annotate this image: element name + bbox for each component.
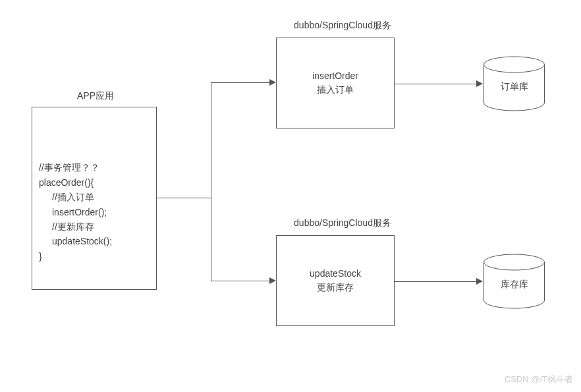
connector-s1-db1 <box>395 84 476 84</box>
service1-line1: insertOrder <box>312 69 358 83</box>
arrow-to-db2 <box>476 278 483 285</box>
service1-line2: 插入订单 <box>317 83 354 97</box>
service2-title: dubbo/SpringCloud服务 <box>277 217 408 229</box>
arrow-to-service1 <box>269 79 276 86</box>
service1-title: dubbo/SpringCloud服务 <box>277 20 408 32</box>
connector-top-branch <box>211 82 269 83</box>
service2-box: updateStock 更新库存 <box>276 235 395 326</box>
app-title: APP应用 <box>46 90 145 102</box>
db1-label: 订单库 <box>483 81 545 93</box>
service2-line2: 更新库存 <box>317 281 354 294</box>
connector-s2-db2 <box>395 281 476 282</box>
connector-bottom-branch <box>211 281 269 281</box>
svg-point-0 <box>484 57 545 72</box>
connector-trunk <box>157 198 211 198</box>
db2-label: 库存库 <box>483 279 545 291</box>
service1-box: insertOrder 插入订单 <box>276 38 395 128</box>
arrow-to-service2 <box>269 277 276 284</box>
arrow-to-db1 <box>476 80 483 87</box>
watermark: CSDN @IT枫斗者 <box>505 374 573 385</box>
app-box: //事务管理？？ placeOrder(){ //插入订单 insertOrde… <box>32 107 157 290</box>
connector-vsplit <box>211 82 211 281</box>
service2-line1: updateStock <box>310 267 361 281</box>
svg-point-1 <box>484 254 545 270</box>
app-code: //事务管理？？ placeOrder(){ //插入订单 insertOrde… <box>32 140 156 269</box>
